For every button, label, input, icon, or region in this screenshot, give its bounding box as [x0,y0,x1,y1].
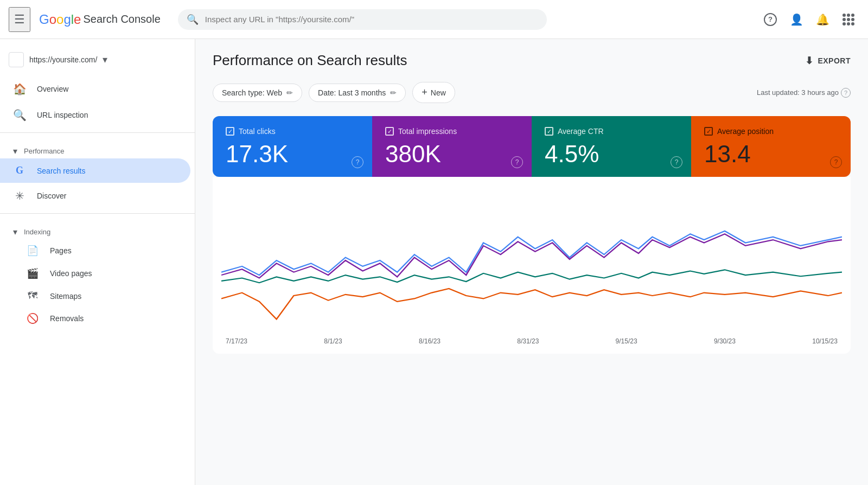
metric-label-impressions: ✓ Total impressions [385,127,519,136]
metrics-container: ✓ Total clicks 17.3K ? ✓ Total impressio… [213,116,851,177]
performance-section-header[interactable]: ▾ Performance [0,137,195,158]
discover-icon: ✳ [13,189,26,202]
metric-label-clicks: ✓ Total clicks [226,127,359,136]
search-icon: 🔍 [13,109,26,122]
clicks-help-icon[interactable]: ? [352,156,363,168]
x-label-5: 9/30/23 [714,337,736,345]
indexing-section-header[interactable]: ▾ Indexing [0,218,195,239]
clicks-checkbox[interactable]: ✓ [226,127,234,136]
sidebar-label-pages: Pages [50,246,72,255]
bell-icon: 🔔 [816,13,829,26]
sidebar-item-discover[interactable]: ✳ Discover [0,183,190,209]
x-label-1: 8/1/23 [324,337,342,345]
performance-panel: ✓ Total clicks 17.3K ? ✓ Total impressio… [213,116,851,354]
pages-icon: 📄 [26,245,39,257]
sidebar-label-removals: Removals [50,314,84,323]
x-label-6: 10/15/23 [812,337,838,345]
sidebar-label-video-pages: Video pages [50,269,92,278]
dropdown-arrow-icon: ▾ [103,54,107,66]
export-button[interactable]: ⬇ EXPORT [805,55,851,67]
apps-button[interactable] [838,9,859,30]
search-icon: 🔍 [187,14,199,25]
ctr-help-icon[interactable]: ? [671,156,682,168]
sidebar-label-search-results: Search results [37,167,85,175]
chart-container: 7/17/23 8/1/23 8/16/23 8/31/23 9/15/23 9… [213,177,851,354]
google-g-icon: G [13,165,26,176]
date-filter[interactable]: Date: Last 3 months ✏ [309,84,406,102]
chevron-down-icon-2: ▾ [13,227,17,237]
ctr-line [221,270,842,283]
last-updated-text: Last updated: 3 hours ago [757,88,839,97]
impressions-help-icon[interactable]: ? [511,156,523,168]
x-label-2: 8/16/23 [419,337,441,345]
nav-divider-1 [0,132,195,133]
sidebar-label-url-inspection: URL inspection [37,111,88,119]
sidebar-label-sitemaps: Sitemaps [50,292,81,301]
sitemaps-icon: 🗺 [26,290,39,302]
x-label-3: 8/31/23 [517,337,539,345]
sidebar-item-sitemaps[interactable]: 🗺 Sitemaps [0,285,195,307]
ctr-checkbox[interactable]: ✓ [545,127,553,136]
sidebar-label-overview: Overview [37,85,68,93]
removals-icon: 🚫 [26,312,39,324]
url-search-bar[interactable]: 🔍 [178,9,547,30]
app-logo: Google Search Console [39,12,161,27]
sidebar-item-removals[interactable]: 🚫 Removals [0,307,195,330]
product-name: Search Console [83,13,160,25]
help-icon: ? [764,13,777,26]
users-icon: 👤 [790,13,803,26]
help-button[interactable]: ? [760,9,781,30]
home-icon: 🏠 [13,82,26,95]
site-favicon [9,52,24,67]
app-body: https://yoursite.com/ ▾ 🏠 Overview 🔍 URL… [0,39,868,485]
google-wordmark: Google [39,12,81,27]
sidebar-item-url-inspection[interactable]: 🔍 URL inspection [0,102,190,128]
impressions-checkbox[interactable]: ✓ [385,127,394,136]
users-button[interactable]: 👤 [786,9,807,30]
metric-label-position: ✓ Average position [704,127,838,136]
metric-card-position[interactable]: ✓ Average position 13.4 ? [691,116,851,177]
menu-button[interactable]: ☰ [9,7,30,32]
metric-value-position: 13.4 [704,142,838,166]
sidebar-item-video-pages[interactable]: 🎬 Video pages [0,262,195,285]
metric-value-impressions: 380K [385,142,519,166]
nav-divider-2 [0,213,195,214]
chart-x-labels: 7/17/23 8/1/23 8/16/23 8/31/23 9/15/23 9… [221,333,842,345]
metric-label-ctr: ✓ Average CTR [545,127,678,136]
page-header: Performance on Search results ⬇ EXPORT [213,52,851,69]
page-title: Performance on Search results [213,52,407,69]
app-header: ☰ Google Search Console 🔍 ? 👤 🔔 [0,0,868,39]
position-checkbox[interactable]: ✓ [704,127,713,136]
x-label-4: 9/15/23 [616,337,637,345]
notifications-button[interactable]: 🔔 [812,9,833,30]
performance-section-label: Performance [24,147,64,155]
search-type-label: Search type: Web [222,88,282,97]
impressions-line [221,234,842,278]
site-url: https://yoursite.com/ [29,55,97,64]
sidebar-item-overview[interactable]: 🏠 Overview [0,76,190,102]
metric-value-ctr: 4.5% [545,142,678,166]
last-updated: Last updated: 3 hours ago ? [757,88,851,98]
last-updated-help-icon: ? [841,88,851,98]
metric-card-clicks[interactable]: ✓ Total clicks 17.3K ? [213,116,372,177]
sidebar-item-pages[interactable]: 📄 Pages [0,239,195,262]
x-label-0: 7/17/23 [226,337,247,345]
metric-card-impressions[interactable]: ✓ Total impressions 380K ? [372,116,532,177]
new-label: New [431,88,446,97]
edit-icon: ✏ [286,88,293,97]
new-filter-button[interactable]: + New [412,82,455,103]
search-type-filter[interactable]: Search type: Web ✏ [213,84,302,102]
main-content: Performance on Search results ⬇ EXPORT S… [195,39,868,485]
export-label: EXPORT [818,56,851,65]
sidebar: https://yoursite.com/ ▾ 🏠 Overview 🔍 URL… [0,39,195,485]
date-label: Date: Last 3 months [318,88,386,97]
sidebar-item-search-results[interactable]: G Search results [0,158,190,183]
chevron-down-icon: ▾ [13,146,17,156]
metric-card-ctr[interactable]: ✓ Average CTR 4.5% ? [532,116,691,177]
filters-row: Search type: Web ✏ Date: Last 3 months ✏… [213,82,851,103]
sidebar-label-discover: Discover [37,192,66,200]
position-help-icon[interactable]: ? [830,156,842,168]
site-selector[interactable]: https://yoursite.com/ ▾ [0,48,195,76]
url-search-input[interactable] [205,15,538,24]
plus-icon: + [422,87,427,98]
